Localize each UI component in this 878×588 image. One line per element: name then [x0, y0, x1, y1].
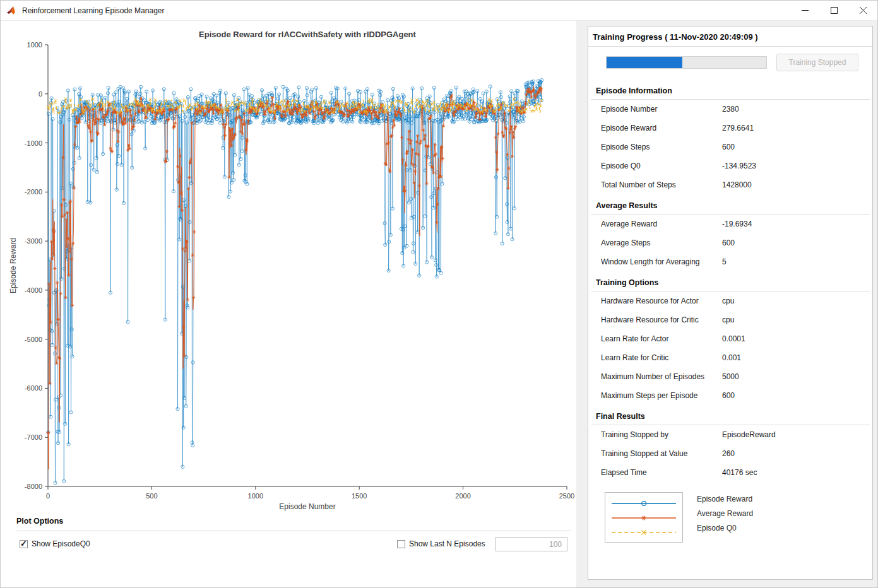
info-row: Training Stopped byEpisodeReward [588, 425, 872, 444]
info-row: Window Length for Averaging5 [588, 252, 872, 271]
info-row: Episode Reward279.6641 [588, 119, 872, 138]
info-value: 5000 [722, 372, 739, 381]
info-label: Hardware Resource for Actor [588, 297, 722, 305]
y-tick-label: -4000 [25, 286, 42, 294]
average-reward-line [48, 86, 542, 469]
x-tick-label: 0 [46, 492, 50, 500]
info-value: 600 [722, 143, 735, 151]
minimize-icon [802, 7, 809, 14]
info-row: Episode Steps600 [588, 138, 872, 156]
matlab-icon [6, 6, 17, 16]
x-tick-label: 2000 [455, 492, 470, 500]
plot-legend: Episode RewardAverage RewardEpisode Q0 [605, 492, 872, 543]
info-row: Learn Rate for Actor0.0001 [588, 329, 872, 348]
info-value: 600 [722, 238, 735, 247]
legend-labels: Episode RewardAverage RewardEpisode Q0 [697, 492, 753, 536]
training-stopped-button[interactable]: Training Stopped [776, 54, 858, 71]
y-tick-label: -1000 [25, 139, 42, 147]
window-title: Reinforcement Learning Episode Manager [22, 6, 164, 15]
info-value: 40176 sec [722, 468, 757, 477]
info-label: Training Stopped by [588, 430, 722, 439]
x-tick-label: 500 [146, 492, 157, 500]
info-row: Hardware Resource for Actorcpu [588, 291, 872, 310]
window-controls [790, 1, 877, 20]
circle-legend-marker [609, 499, 679, 508]
info-row: Average Steps600 [588, 233, 872, 252]
info-row: Episode Number2380 [588, 100, 872, 119]
info-value: 279.6641 [722, 124, 754, 132]
y-tick-label: -5000 [25, 336, 42, 343]
show-episodeq0-label: Show EpisodeQ0 [32, 539, 90, 548]
episode-reward-line [48, 80, 542, 483]
info-label: Learn Rate for Critic [588, 353, 722, 362]
info-row: Elapsed Time40176 sec [588, 463, 872, 482]
info-value: 600 [722, 391, 735, 400]
info-label: Episode Steps [588, 143, 722, 151]
info-label: Average Steps [588, 238, 722, 247]
close-button[interactable] [848, 1, 877, 20]
maximize-icon [831, 7, 838, 14]
section-header: Final Results [588, 405, 872, 425]
app-window: Reinforcement Learning Episode Manager 0… [0, 0, 878, 588]
x-tick-label: 1500 [352, 492, 367, 500]
info-label: Learn Rate for Actor [588, 334, 722, 343]
info-row: Total Number of Steps1428000 [588, 175, 872, 194]
legend-label: Episode Q0 [697, 521, 753, 536]
x-legend-marker [609, 528, 679, 537]
y-tick-label: -6000 [25, 384, 42, 392]
info-value: -134.9523 [722, 162, 756, 170]
legend-label: Average Reward [697, 507, 753, 521]
legend-entry [605, 510, 682, 525]
info-row: Training Stopped at Value260 [588, 444, 872, 463]
info-row: Average Reward-19.6934 [588, 215, 872, 233]
asterisk-legend-marker [609, 514, 679, 522]
info-value: cpu [722, 297, 734, 305]
info-row: Learn Rate for Critic0.001 [588, 348, 872, 367]
section-header: Training Options [588, 271, 872, 291]
chart-title: Episode Reward for rlACCwithSafety with … [199, 30, 416, 39]
training-progress-bar [606, 56, 767, 69]
y-tick-label: -8000 [25, 483, 42, 490]
last-n-episodes-input[interactable] [495, 537, 567, 551]
y-tick-label: -7000 [25, 433, 42, 441]
info-sections: Episode InformationEpisode Number2380Epi… [588, 79, 872, 482]
checkbox-box[interactable] [20, 540, 28, 548]
episode-reward-chart: 0500100015002000250010000-1000-2000-3000… [1, 21, 576, 513]
info-label: Elapsed Time [588, 468, 722, 477]
y-tick-label: 1000 [27, 41, 42, 49]
show-episodeq0-checkbox[interactable]: Show EpisodeQ0 [20, 539, 90, 548]
show-last-n-label: Show Last N Episodes [409, 539, 485, 548]
show-last-n-checkbox[interactable]: Show Last N Episodes [397, 539, 485, 548]
y-tick-label: -2000 [25, 188, 42, 196]
info-label: Episode Q0 [588, 162, 722, 170]
training-progress-header: Training Progress ( 11-Nov-2020 20:49:09… [588, 26, 872, 46]
section-header: Average Results [588, 194, 872, 214]
legend-label: Episode Reward [697, 492, 753, 507]
x-axis-label: Episode Number [279, 502, 335, 511]
info-value: 5 [722, 257, 727, 266]
checkbox-box[interactable] [397, 540, 405, 548]
info-label: Average Reward [588, 220, 722, 228]
info-label: Maximum Number of Episodes [588, 372, 722, 381]
info-value: -19.6934 [722, 220, 752, 228]
info-label: Maximum Steps per Episode [588, 391, 722, 400]
legend-entry [605, 525, 682, 539]
minimize-button[interactable] [790, 1, 819, 20]
info-value: 0.0001 [722, 334, 745, 343]
section-header: Episode Information [588, 79, 872, 99]
y-tick-label: 0 [39, 90, 42, 98]
plot-options-section: Plot Options Show EpisodeQ0 Show Last N … [1, 514, 576, 587]
maximize-button[interactable] [819, 1, 848, 20]
info-value: 0.001 [722, 353, 741, 362]
titlebar: Reinforcement Learning Episode Manager [1, 1, 877, 21]
close-icon [860, 7, 867, 14]
y-tick-label: -3000 [25, 237, 42, 245]
info-label: Total Number of Steps [588, 180, 722, 189]
info-row: Episode Q0-134.9523 [588, 156, 872, 175]
info-label: Training Stopped at Value [588, 449, 722, 458]
progress-row: Training Stopped [588, 47, 872, 79]
info-value: 2380 [722, 105, 739, 114]
y-axis-label: Episode Reward [9, 238, 18, 293]
info-row: Hardware Resource for Criticcpu [588, 310, 872, 329]
info-label: Window Length for Averaging [588, 257, 722, 266]
